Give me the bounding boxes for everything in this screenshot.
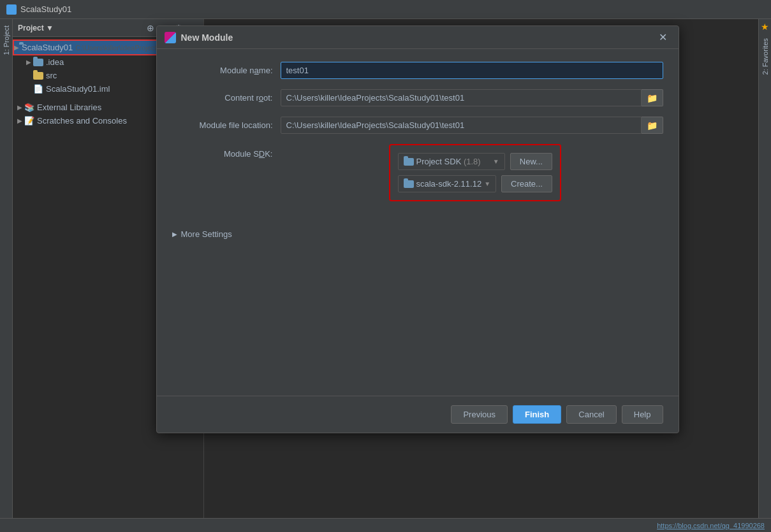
dialog-title: New Module	[181, 32, 655, 43]
finish-button[interactable]: Finish	[513, 405, 561, 424]
module-file-location-label: Module file location:	[172, 120, 281, 130]
module-sdk-folder-icon	[404, 158, 414, 166]
more-settings-label: More Settings	[181, 229, 232, 239]
module-name-input[interactable]	[281, 62, 663, 79]
star-icon: ★	[761, 22, 769, 32]
module-sdk-label: Module SDK:	[172, 144, 281, 159]
scala-sdk-value: scala-sdk-2.11.12	[416, 179, 482, 189]
help-button[interactable]: Help	[622, 405, 663, 424]
scala-sdk-dropdown[interactable]: scala-sdk-2.11.12 ▼	[398, 175, 497, 192]
sdk-section: Project SDK (1.8) ▼ New... scala-sdk-2.1…	[389, 144, 561, 201]
module-sdk-value: Project SDK (1.8)	[416, 157, 490, 166]
app-title: ScalaStudy01	[20, 4, 71, 14]
content-root-value: C:\Users\killer\IdeaProjects\ScalaStudy0…	[281, 89, 642, 106]
dialog-footer: Previous Finish Cancel Help	[157, 396, 679, 433]
module-file-location-field: C:\Users\killer\IdeaProjects\ScalaStudy0…	[281, 117, 663, 134]
content-root-browse-btn[interactable]: 📁	[642, 89, 663, 106]
new-module-dialog: New Module ✕ Module name: Content root: …	[156, 25, 679, 433]
scala-sdk-folder-icon	[404, 180, 414, 188]
module-sdk-dropdown[interactable]: Project SDK (1.8) ▼	[398, 153, 505, 170]
module-sdk-arrow: ▼	[493, 158, 499, 165]
content-root-row: Content root: C:\Users\killer\IdeaProjec…	[172, 89, 663, 106]
more-settings-section[interactable]: ▶ More Settings	[172, 224, 663, 244]
module-name-row: Module name:	[172, 62, 663, 79]
module-sdk-new-btn[interactable]: New...	[510, 153, 552, 170]
app-icon	[6, 4, 17, 15]
status-url[interactable]: https://blog.csdn.net/qq_41990268	[657, 522, 765, 529]
dialog-body: Module name: Content root: C:\Users\kill…	[157, 49, 679, 396]
module-file-location-row: Module file location: C:\Users\killer\Id…	[172, 117, 663, 134]
scala-sdk-arrow: ▼	[484, 180, 490, 187]
content-root-label: Content root:	[172, 93, 281, 103]
dialog-overlay: New Module ✕ Module name: Content root: …	[0, 19, 758, 518]
dialog-titlebar: New Module ✕	[157, 26, 679, 49]
module-sdk-row: Project SDK (1.8) ▼ New...	[398, 153, 552, 170]
scala-sdk-row: scala-sdk-2.11.12 ▼ Create...	[398, 175, 552, 192]
content-root-field: C:\Users\killer\IdeaProjects\ScalaStudy0…	[281, 89, 663, 106]
dialog-title-icon	[165, 32, 176, 43]
right-side-tab: ★ 2: Favorites	[758, 19, 771, 518]
module-name-label: Module name:	[172, 66, 281, 75]
module-file-location-browse-btn[interactable]: 📁	[642, 117, 663, 134]
favorites-tab-label[interactable]: 2: Favorites	[760, 32, 770, 81]
scala-sdk-create-btn[interactable]: Create...	[501, 175, 552, 192]
title-bar: ScalaStudy01	[0, 0, 771, 19]
cancel-button[interactable]: Cancel	[566, 405, 616, 424]
close-button[interactable]: ✕	[655, 30, 671, 45]
previous-button[interactable]: Previous	[451, 405, 508, 424]
more-settings-arrow: ▶	[172, 231, 177, 238]
status-bar: https://blog.csdn.net/qq_41990268	[0, 518, 771, 532]
module-file-location-value: C:\Users\killer\IdeaProjects\ScalaStudy0…	[281, 117, 642, 134]
sdk-section-row: Module SDK: Project SDK (1.8) ▼ New...	[172, 144, 663, 212]
